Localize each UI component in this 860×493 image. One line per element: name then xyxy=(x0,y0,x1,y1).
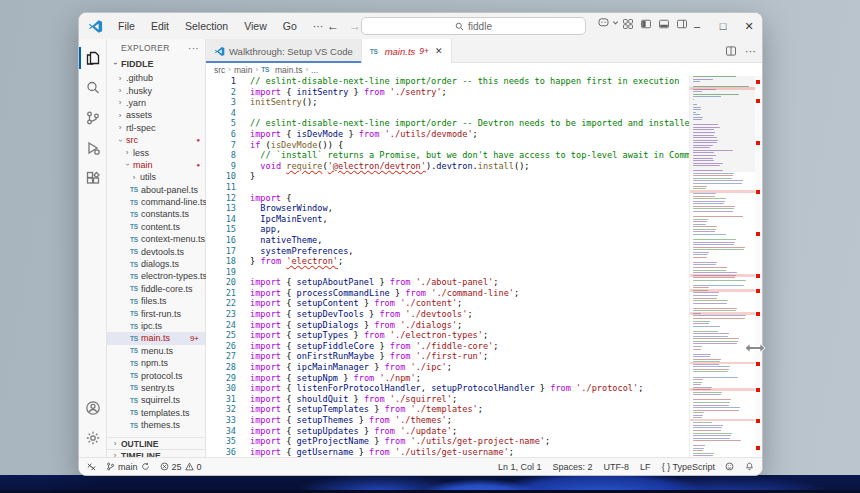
menu-view[interactable]: View xyxy=(237,18,274,34)
file-protocol.ts[interactable]: TSprotocol.ts xyxy=(107,369,205,381)
code-line[interactable]: 5// eslint-disable-next-line import/orde… xyxy=(206,118,689,129)
problems-status[interactable]: 25 0 xyxy=(160,462,202,472)
notifications-button[interactable] xyxy=(745,462,754,471)
menu-go[interactable]: Go xyxy=(276,18,304,34)
file-about-panel.ts[interactable]: TSabout-panel.ts xyxy=(107,184,205,196)
file-devtools.ts[interactable]: TSdevtools.ts xyxy=(107,245,205,257)
file-themes.ts[interactable]: TSthemes.ts xyxy=(107,419,205,431)
code-line[interactable]: 20import { setupAboutPanel } from './abo… xyxy=(206,277,689,288)
command-center-search[interactable]: fiddle xyxy=(361,17,586,35)
code-line[interactable]: 16 nativeTheme, xyxy=(206,235,689,246)
code-line[interactable]: 22import { setupContent } from './conten… xyxy=(206,298,689,309)
folder-rtl-spec[interactable]: ›rtl-spec xyxy=(107,122,205,134)
file-templates.ts[interactable]: TStemplates.ts xyxy=(107,407,205,419)
minimize-button[interactable]: – xyxy=(684,13,710,39)
code-line[interactable]: 29import { setupNpm } from './npm'; xyxy=(206,373,689,384)
settings-button[interactable] xyxy=(79,423,107,453)
forward-arrow-icon[interactable]: → xyxy=(349,19,361,33)
branch-status[interactable]: main xyxy=(106,462,150,472)
code-line[interactable]: 23import { setupDevTools } from './devto… xyxy=(206,309,689,320)
folder-.yarn[interactable]: ›.yarn xyxy=(107,97,205,109)
activity-source-control[interactable] xyxy=(79,103,107,133)
code-line[interactable]: 27import { onFirstRunMaybe } from './fir… xyxy=(206,351,689,362)
close-tab-icon[interactable]: ✕ xyxy=(435,46,443,56)
code-line[interactable]: 25import { setupTypes } from './electron… xyxy=(206,330,689,341)
code-line[interactable]: 13 BrowserWindow, xyxy=(206,203,689,214)
copilot-menu[interactable] xyxy=(597,16,619,29)
code-line[interactable]: 9 void require('@electron/devtron').devt… xyxy=(206,161,689,172)
toggle-primary-sidebar-icon[interactable] xyxy=(640,18,652,30)
tab-main-ts[interactable]: TSmain.ts9+✕ xyxy=(362,39,452,63)
code-line[interactable]: 1// eslint-disable-next-line import/orde… xyxy=(206,76,689,87)
remote-indicator[interactable] xyxy=(87,462,96,471)
code-line[interactable]: 33import { setupThemes } from './themes'… xyxy=(206,415,689,426)
code-line[interactable]: 26import { setupFiddleCore } from './fid… xyxy=(206,341,689,352)
code-line[interactable]: 19 xyxy=(206,267,689,278)
folder-src[interactable]: ›src● xyxy=(107,134,205,146)
folder-.husky[interactable]: ›.husky xyxy=(107,84,205,96)
close-button[interactable]: ✕ xyxy=(736,13,762,39)
breadcrumb-main-ts[interactable]: main.ts xyxy=(275,65,302,75)
status-lf[interactable]: LF xyxy=(640,462,651,472)
code-line[interactable]: 24import { setupDialogs } from './dialog… xyxy=(206,320,689,331)
editor-more-actions-icon[interactable]: ⋯ xyxy=(745,45,756,58)
code-line[interactable]: 2import { initSentry } from './sentry'; xyxy=(206,87,689,98)
code-line[interactable]: 32import { setupTemplates } from './temp… xyxy=(206,404,689,415)
minimap[interactable] xyxy=(689,76,755,457)
activity-search[interactable] xyxy=(79,73,107,103)
activity-explorer[interactable] xyxy=(79,43,107,73)
code-line[interactable]: 7if (isDevMode()) { xyxy=(206,140,689,151)
code-line[interactable]: 28import { ipcMainManager } from './ipc'… xyxy=(206,362,689,373)
file-ipc.ts[interactable]: TSipc.ts xyxy=(107,320,205,332)
code-line[interactable]: 11 xyxy=(206,182,689,193)
code-line[interactable]: 17 systemPreferences, xyxy=(206,246,689,257)
toggle-panel-icon[interactable] xyxy=(658,18,670,30)
code-line[interactable]: 18} from 'electron'; xyxy=(206,256,689,267)
file-command-line.ts[interactable]: TScommand-line.ts xyxy=(107,196,205,208)
code-line[interactable]: 6import { isDevMode } from './utils/devm… xyxy=(206,129,689,140)
folder-assets[interactable]: ›assets xyxy=(107,109,205,121)
status-utf-8[interactable]: UTF-8 xyxy=(604,462,630,472)
outline-section[interactable]: › OUTLINE xyxy=(107,437,205,449)
file-electron-types.ts[interactable]: TSelectron-types.ts xyxy=(107,270,205,282)
file-sentry.ts[interactable]: TSsentry.ts xyxy=(107,382,205,394)
code-line[interactable]: 34import { setupUpdates } from './update… xyxy=(206,426,689,437)
code-line[interactable]: 10} xyxy=(206,171,689,182)
overview-ruler[interactable] xyxy=(755,76,762,457)
activity-extensions[interactable] xyxy=(79,163,107,193)
status--typescript[interactable]: { } TypeScript xyxy=(662,462,715,472)
code-line[interactable]: 14 IpcMainEvent, xyxy=(206,214,689,225)
activity-run-debug[interactable] xyxy=(79,133,107,163)
split-editor-icon[interactable] xyxy=(725,45,737,57)
file-dialogs.ts[interactable]: TSdialogs.ts xyxy=(107,258,205,270)
file-main.ts[interactable]: TSmain.ts9+ xyxy=(107,332,205,344)
file-fiddle-core.ts[interactable]: TSfiddle-core.ts xyxy=(107,283,205,295)
folder-.github[interactable]: ›.github xyxy=(107,72,205,84)
menu-selection[interactable]: Selection xyxy=(178,18,235,34)
file-content.ts[interactable]: TScontent.ts xyxy=(107,221,205,233)
maximize-button[interactable]: □ xyxy=(710,13,736,39)
status-spaces-2[interactable]: Spaces: 2 xyxy=(553,462,593,472)
folder-utils[interactable]: ›utils xyxy=(107,171,205,183)
feedback-button[interactable] xyxy=(725,462,734,471)
file-npm.ts[interactable]: TSnpm.ts xyxy=(107,357,205,369)
file-files.ts[interactable]: TSfiles.ts xyxy=(107,295,205,307)
minimap-slider[interactable] xyxy=(690,76,755,172)
code-line[interactable]: 12import { xyxy=(206,193,689,204)
code-line[interactable]: 4 xyxy=(206,108,689,119)
code-editor[interactable]: 1// eslint-disable-next-line import/orde… xyxy=(206,76,689,457)
file-context-menu.ts[interactable]: TScontext-menu.ts xyxy=(107,233,205,245)
code-line[interactable]: 3initSentry(); xyxy=(206,97,689,108)
code-line[interactable]: 21import { processCommandLine } from './… xyxy=(206,288,689,299)
back-arrow-icon[interactable]: ← xyxy=(327,19,339,33)
file-constants.ts[interactable]: TSconstants.ts xyxy=(107,208,205,220)
file-first-run.ts[interactable]: TSfirst-run.ts xyxy=(107,307,205,319)
breadcrumb-main[interactable]: main xyxy=(234,65,252,75)
code-line[interactable]: 30import { listenForProtocolHandler, set… xyxy=(206,383,689,394)
menu-edit[interactable]: Edit xyxy=(144,18,176,34)
tree-root-fiddle[interactable]: › FIDDLE xyxy=(107,57,205,70)
code-line[interactable]: 31import { shouldQuit } from './squirrel… xyxy=(206,394,689,405)
code-line[interactable]: 15 app, xyxy=(206,224,689,235)
breadcrumb-src[interactable]: src xyxy=(214,65,225,75)
explorer-more-actions[interactable]: ··· xyxy=(188,43,199,54)
